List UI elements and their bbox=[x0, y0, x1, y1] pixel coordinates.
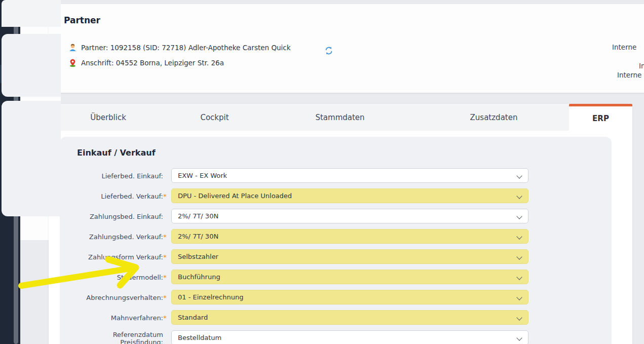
field-label-line2: Preisfindung: bbox=[60, 338, 163, 344]
field-label: Zahlungsbed. Verkauf: bbox=[60, 233, 163, 241]
right-panel-fragment-1 bbox=[2, 34, 61, 97]
select-value: EXW - EX Work bbox=[178, 172, 227, 179]
clipped-label-2: In bbox=[639, 62, 644, 70]
tab-ueberblick[interactable]: Überblick bbox=[49, 104, 168, 131]
select-value: Buchführung bbox=[178, 273, 220, 281]
map-pin-icon bbox=[69, 59, 77, 67]
clipped-label-3: Interne bbox=[617, 71, 641, 79]
required-asterisk: * bbox=[163, 233, 169, 241]
refresh-icon[interactable] bbox=[324, 46, 333, 55]
select-value: Standard bbox=[178, 314, 208, 321]
chevron-down-icon bbox=[516, 335, 522, 340]
field-label: Mahnverfahren: bbox=[60, 314, 163, 322]
select-value: Bestelldatum bbox=[178, 334, 221, 341]
chevron-down-icon bbox=[516, 294, 522, 300]
chevron-down-icon bbox=[516, 193, 522, 199]
partner-info-text: Partner: 1092158 (SID: 72718) Adler-Apot… bbox=[81, 44, 291, 52]
tab-cockpit[interactable]: Cockpit bbox=[168, 104, 261, 131]
zahlungsbed-verkauf-select[interactable]: 2%/ 7T/ 30N bbox=[171, 229, 528, 244]
form-row: Zahlungsbed. Einkauf: 2%/ 7T/ 30N bbox=[60, 209, 612, 224]
required-asterisk: * bbox=[163, 314, 169, 322]
select-value: 2%/ 7T/ 30N bbox=[178, 233, 218, 240]
field-label: Zahlungsbed. Einkauf: bbox=[60, 213, 163, 220]
required-asterisk: * bbox=[163, 193, 169, 200]
field-label: Steuermodell: bbox=[60, 274, 163, 281]
tab-stammdaten[interactable]: Stammdaten bbox=[261, 104, 419, 131]
zahlungsbed-einkauf-select[interactable]: 2%/ 7T/ 30N bbox=[171, 209, 528, 223]
required-asterisk: * bbox=[163, 253, 169, 261]
partner-detail-card: Überblick Cockpit Stammdaten Zusatzdaten… bbox=[49, 104, 632, 344]
required-asterisk: * bbox=[163, 274, 169, 281]
abrechnungsverhalten-select[interactable]: 01 - Einzelrechnung bbox=[171, 290, 528, 304]
partner-info-line: Partner: 1092158 (SID: 72718) Adler-Apot… bbox=[69, 44, 291, 52]
form-row: Zahlungsform Verkauf: * Selbstzahler bbox=[60, 249, 612, 265]
tab-bar: Überblick Cockpit Stammdaten Zusatzdaten… bbox=[49, 104, 632, 131]
field-label-line1: Referenzdatum bbox=[60, 331, 163, 338]
form-row: Abrechnungsverhalten: * 01 - Einzelrechn… bbox=[60, 290, 612, 305]
tab-erp[interactable]: ERP bbox=[569, 104, 632, 131]
person-icon bbox=[69, 44, 77, 52]
field-label: Zahlungsform Verkauf: bbox=[60, 253, 163, 261]
right-panel-fragment-2 bbox=[2, 101, 61, 216]
einkauf-verkauf-panel: Einkauf / Verkauf Lieferbed. Einkauf: EX… bbox=[60, 137, 612, 344]
chevron-down-icon bbox=[516, 213, 522, 219]
select-value: 01 - Einzelrechnung bbox=[178, 293, 243, 301]
steuermodell-select[interactable]: Buchführung bbox=[171, 270, 528, 284]
tab-zusatzdaten[interactable]: Zusatzdaten bbox=[419, 104, 569, 131]
chevron-down-icon bbox=[516, 274, 522, 280]
lieferbed-einkauf-select[interactable]: EXW - EX Work bbox=[171, 168, 528, 183]
lieferbed-verkauf-select[interactable]: DPU - Delivered At Place Unloaded bbox=[171, 188, 528, 203]
form-row: Referenzdatum Preisfindung: Bestelldatum bbox=[60, 330, 612, 344]
right-tabstrip-fragment bbox=[2, 0, 61, 27]
select-value: Selbstzahler bbox=[178, 253, 218, 260]
form-row: Steuermodell: * Buchführung bbox=[60, 270, 612, 285]
address-info-line: Anschrift: 04552 Borna, Leipziger Str. 2… bbox=[69, 59, 224, 67]
chevron-down-icon bbox=[516, 173, 522, 178]
section-title: Einkauf / Verkauf bbox=[77, 148, 156, 158]
zahlungsform-verkauf-select[interactable]: Selbstzahler bbox=[171, 249, 528, 264]
field-label: Abrechnungsverhalten: bbox=[60, 294, 163, 301]
field-label: Referenzdatum Preisfindung: bbox=[60, 331, 163, 344]
right-sibling-card bbox=[0, 0, 61, 240]
field-label: Lieferbed. Verkauf: bbox=[60, 193, 163, 200]
referenzdatum-preisfindung-select[interactable]: Bestelldatum bbox=[171, 330, 528, 344]
field-label: Lieferbed. Einkauf: bbox=[60, 172, 163, 180]
mahnverfahren-select[interactable]: Standard bbox=[171, 310, 528, 325]
page-title: Partner bbox=[64, 15, 100, 25]
address-info-text: Anschrift: 04552 Borna, Leipziger Str. 2… bbox=[81, 59, 224, 67]
chevron-down-icon bbox=[516, 254, 522, 259]
page: Partner Partner: 1092158 (SID: 72718) Ad… bbox=[0, 0, 644, 344]
select-value: 2%/ 7T/ 30N bbox=[178, 212, 218, 220]
clipped-label-1: Interne bbox=[612, 43, 636, 51]
chevron-down-icon bbox=[516, 315, 522, 320]
chevron-down-icon bbox=[516, 234, 522, 239]
form-row: Mahnverfahren: * Standard bbox=[60, 310, 612, 326]
required-asterisk: * bbox=[163, 294, 169, 301]
form-row: Lieferbed. Verkauf: * DPU - Delivered At… bbox=[60, 188, 612, 204]
partner-header-card: Partner Partner: 1092158 (SID: 72718) Ad… bbox=[49, 4, 644, 93]
form-row: Zahlungsbed. Verkauf: * 2%/ 7T/ 30N bbox=[60, 229, 612, 245]
form-row: Lieferbed. Einkauf: EXW - EX Work bbox=[60, 168, 612, 184]
select-value: DPU - Delivered At Place Unloaded bbox=[178, 192, 292, 200]
